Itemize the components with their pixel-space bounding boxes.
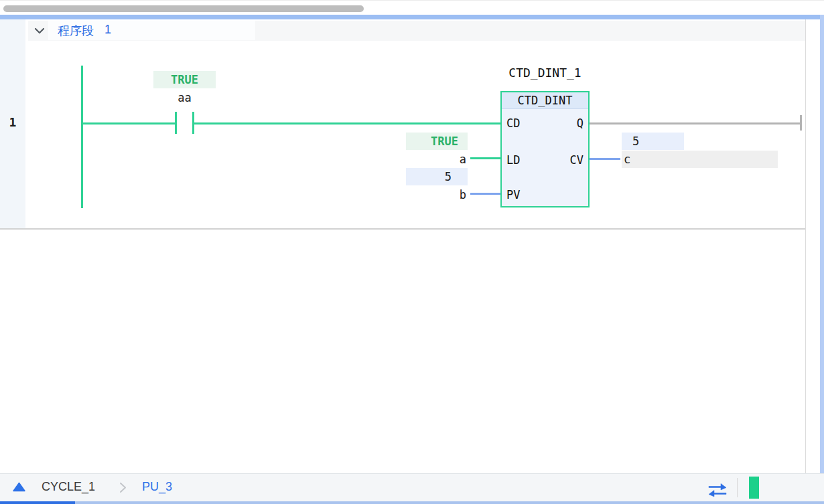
input-pv-value-badge: 5: [406, 168, 468, 185]
breadcrumb-current[interactable]: PU_3: [142, 480, 172, 494]
triangle-up-icon[interactable]: [13, 482, 25, 492]
chevron-down-icon[interactable]: [34, 26, 45, 35]
input-ld-operand[interactable]: a: [406, 151, 468, 168]
pin-pv[interactable]: PV: [506, 187, 520, 202]
output-cv-wire: [590, 158, 620, 160]
function-block[interactable]: CTD_DINT CD Q LD CV PV: [500, 91, 590, 207]
network-title: 程序段 1: [58, 23, 111, 39]
pin-cv[interactable]: CV: [570, 153, 583, 167]
rung-wire-left: [81, 122, 175, 124]
vertical-scrollbar-track[interactable]: [820, 15, 824, 504]
block-instance-name[interactable]: CTD_DINT_1: [480, 66, 610, 80]
bottom-horizontal-scrollbar-thumb[interactable]: [0, 501, 75, 504]
ladder-editor-window: 1 程序段 1 TRUE aa TRUE a 5 b CTD_DINT_1 CT…: [0, 0, 824, 504]
pin-q[interactable]: Q: [577, 116, 583, 131]
network-number: 1: [105, 23, 111, 39]
swap-arrows-icon[interactable]: [707, 481, 728, 498]
right-rail-tick: [800, 115, 802, 131]
status-bar: CYCLE_1 PU_3: [0, 473, 824, 501]
run-status-indicator: [749, 477, 759, 499]
bottom-horizontal-scrollbar-track[interactable]: [0, 501, 824, 504]
top-horizontal-scrollbar-thumb[interactable]: [3, 5, 364, 12]
input-pv-operand[interactable]: b: [406, 186, 468, 203]
output-q-wire: [590, 122, 801, 124]
left-power-rail: [81, 66, 83, 208]
contact-operand[interactable]: aa: [153, 89, 216, 106]
rung-number: 1: [0, 115, 25, 129]
network-title-box[interactable]: 程序段 1: [48, 21, 255, 40]
network-header: 程序段 1: [28, 21, 805, 41]
pin-cd[interactable]: CD: [506, 116, 520, 131]
output-cv-operand[interactable]: c: [622, 151, 778, 168]
input-ld-wire: [470, 157, 500, 159]
breadcrumb-root[interactable]: CYCLE_1: [42, 480, 95, 494]
canvas-right-border: [805, 19, 806, 473]
network-title-label: 程序段: [58, 23, 94, 39]
input-ld-value-badge: TRUE: [406, 133, 468, 150]
contact-left-bar[interactable]: [175, 112, 177, 134]
contact-value-badge: TRUE: [153, 71, 216, 88]
block-type-name: CTD_DINT: [502, 92, 588, 109]
chevron-right-icon: [118, 482, 127, 493]
rung-wire-to-block: [194, 122, 500, 124]
output-cv-value-badge: 5: [622, 133, 684, 150]
network-divider: [0, 228, 805, 230]
pin-ld[interactable]: LD: [506, 153, 520, 167]
input-pv-wire: [470, 193, 500, 195]
pane-frame-top: [0, 15, 824, 19]
statusbar-divider: [737, 478, 738, 497]
